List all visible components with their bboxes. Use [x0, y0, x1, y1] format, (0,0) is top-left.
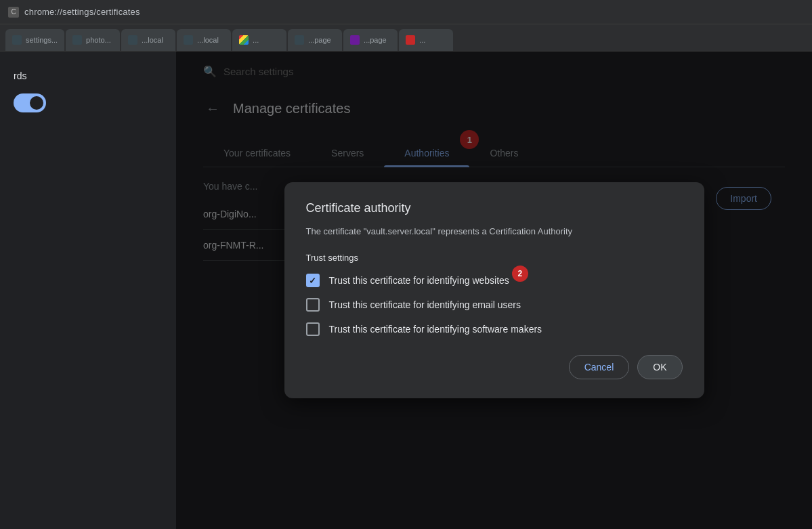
settings-area: rds 🔍 ← Manage certificates Your certifi…: [0, 51, 812, 529]
tab-item-6[interactable]: ...page: [288, 29, 342, 51]
tab-favicon-1: [12, 35, 22, 45]
browser-favicon: C: [8, 7, 19, 18]
tab-item-1[interactable]: settings...: [5, 29, 64, 51]
ok-button[interactable]: OK: [637, 355, 682, 379]
checkbox-software[interactable]: [306, 322, 320, 336]
checkbox-row-websites: Trust this certificate for identifying w…: [306, 274, 683, 287]
cancel-button[interactable]: Cancel: [569, 355, 630, 379]
checkbox-label-websites: Trust this certificate for identifying w…: [329, 275, 509, 286]
tab-favicon-7: [350, 35, 360, 45]
trust-settings-label: Trust settings: [306, 253, 683, 263]
certificate-authority-dialog: Certificate authority The certificate "v…: [284, 182, 704, 399]
browser-bar: C chrome://settings/certificates: [0, 0, 812, 24]
dialog-actions: Cancel OK: [306, 355, 683, 379]
tab-favicon-8: [406, 35, 415, 45]
tab-item-7[interactable]: ...page: [343, 29, 398, 51]
tab-favicon-4: [184, 35, 193, 45]
browser-url: chrome://settings/certificates: [24, 7, 140, 17]
checkbox-email[interactable]: [306, 298, 320, 312]
step-badge-2: 2: [512, 266, 528, 282]
tab-item-2[interactable]: photo...: [66, 29, 120, 51]
checkbox-label-email: Trust this certificate for identifying e…: [329, 299, 521, 310]
tab-item-5[interactable]: ...: [232, 29, 286, 51]
tabs-bar: settings... photo... ...local ...local .…: [0, 24, 812, 51]
dialog-title: Certificate authority: [306, 201, 683, 215]
tab-item-8[interactable]: ...: [399, 29, 453, 51]
tab-favicon-6: [295, 35, 304, 45]
tab-item-4[interactable]: ...local: [177, 29, 231, 51]
checkbox-row-software: Trust this certificate for identifying s…: [306, 322, 683, 336]
checkbox-websites[interactable]: [306, 274, 320, 287]
tab-favicon-3: [128, 35, 137, 45]
sidebar-toggle[interactable]: [14, 93, 46, 112]
tab-favicon-5: [239, 35, 249, 45]
dialog-description: The certificate "vault.server.local" rep…: [306, 225, 683, 238]
dialog-overlay: Certificate authority The certificate "v…: [176, 51, 812, 529]
main-content: 🔍 ← Manage certificates Your certificate…: [176, 51, 812, 529]
sidebar-label: rds: [0, 65, 176, 87]
checkbox-row-email: Trust this certificate for identifying e…: [306, 298, 683, 312]
sidebar-panel: rds: [0, 51, 176, 529]
tab-favicon-2: [72, 35, 82, 45]
checkbox-label-software: Trust this certificate for identifying s…: [329, 324, 542, 335]
tab-item-3[interactable]: ...local: [121, 29, 175, 51]
